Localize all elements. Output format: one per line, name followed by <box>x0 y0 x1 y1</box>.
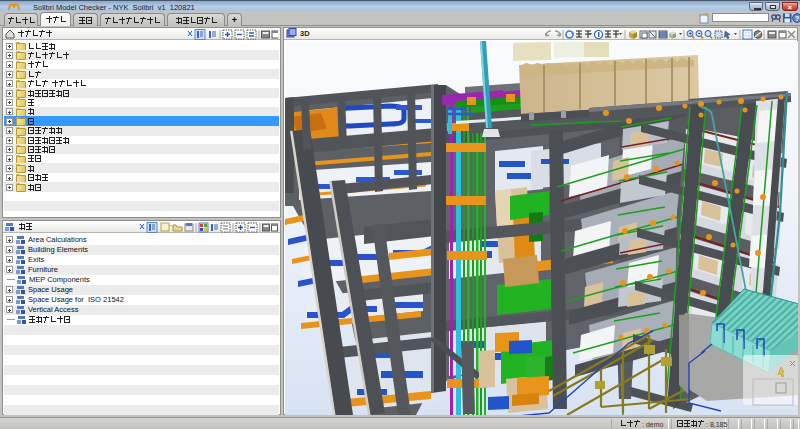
svg-text:?: ? <box>795 14 800 23</box>
